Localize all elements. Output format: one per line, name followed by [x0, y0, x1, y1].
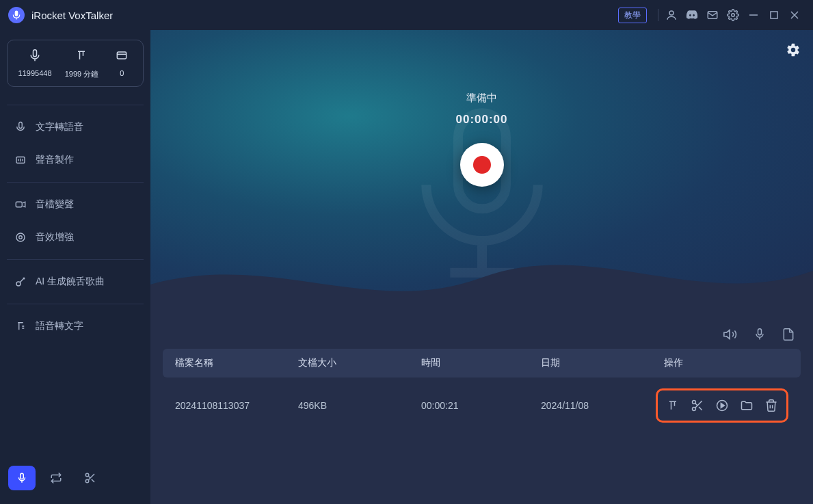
stat-minutes[interactable]: 1999 分鐘	[65, 47, 99, 79]
nav-ai-rap[interactable]: AI 生成饒舌歌曲	[7, 265, 144, 298]
recorder-panel: 準備中 00:00:00	[150, 30, 813, 317]
wave-decoration	[150, 243, 813, 317]
bottom-nav-record[interactable]	[8, 466, 36, 490]
svg-rect-12	[16, 202, 22, 207]
th-date: 日期	[541, 357, 664, 369]
svg-rect-4	[771, 12, 777, 18]
cell-time: 00:00:21	[421, 400, 541, 411]
svg-line-22	[92, 479, 94, 482]
stat-third[interactable]: 0	[111, 47, 132, 79]
maximize-icon[interactable]	[764, 5, 784, 25]
cell-date: 2024/11/08	[541, 400, 664, 411]
row-actions	[656, 388, 788, 423]
bottom-nav	[7, 462, 144, 494]
th-act: 操作	[664, 357, 788, 369]
record-button[interactable]	[460, 143, 504, 187]
rap-icon	[14, 275, 27, 289]
voice-create-icon	[14, 153, 27, 167]
nav-label: 文字轉語音	[36, 121, 83, 133]
nav-label: AI 生成饒舌歌曲	[36, 276, 105, 288]
app-logo	[8, 7, 25, 23]
stat-third-value: 0	[120, 69, 124, 77]
svg-line-23	[88, 476, 90, 478]
svg-point-0	[669, 11, 674, 15]
svg-point-14	[16, 233, 25, 241]
tutorial-button[interactable]: 教學	[618, 8, 647, 23]
volume-icon[interactable]	[723, 327, 738, 342]
th-size: 文檔大小	[298, 357, 421, 369]
mic-settings-icon[interactable]	[753, 327, 767, 342]
nav-tts[interactable]: 文字轉語音	[7, 111, 144, 144]
svg-point-2	[732, 14, 735, 17]
app-title: iRocket VoxTalker	[31, 10, 113, 21]
bottom-nav-cut[interactable]	[77, 466, 104, 490]
tts-icon	[14, 120, 27, 134]
svg-point-20	[85, 479, 89, 483]
stat-credits[interactable]: 11995448	[18, 47, 52, 79]
action-delete-icon[interactable]	[764, 399, 778, 412]
recorder-settings-icon[interactable]	[786, 42, 801, 57]
table-header: 檔案名稱 文檔大小 時間 日期 操作	[163, 349, 801, 377]
stat-minutes-value: 1999 分鐘	[65, 69, 99, 79]
minimize-icon[interactable]	[743, 5, 764, 25]
svg-point-15	[16, 282, 21, 286]
svg-point-19	[85, 473, 89, 477]
record-dot-icon	[473, 156, 491, 174]
list-toolbar	[150, 317, 813, 349]
cell-size: 496KB	[298, 400, 421, 411]
svg-line-29	[699, 407, 702, 410]
bottom-nav-loop[interactable]	[42, 466, 70, 490]
sidebar: 11995448 1999 分鐘 0 文	[0, 30, 150, 504]
svg-point-13	[19, 236, 23, 239]
action-folder-icon[interactable]	[740, 399, 754, 412]
discord-icon[interactable]	[682, 5, 702, 25]
action-cut-icon[interactable]	[691, 399, 704, 412]
nav-voice-create[interactable]: 聲音製作	[7, 144, 144, 176]
file-table: 檔案名稱 文檔大小 時間 日期 操作 20241108113037 496KB …	[150, 349, 813, 504]
nav-label: 音檔變聲	[36, 198, 74, 211]
nav-label: 音效增強	[36, 231, 74, 243]
action-text-icon[interactable]	[666, 399, 680, 412]
mail-icon[interactable]	[702, 5, 723, 25]
close-icon[interactable]	[784, 5, 805, 25]
stats-panel: 11995448 1999 分鐘 0	[7, 40, 144, 87]
nav-label: 聲音製作	[36, 154, 74, 166]
text-icon	[71, 47, 92, 64]
cell-name: 20241108113037	[175, 400, 298, 411]
titlebar: iRocket VoxTalker 教學	[0, 0, 813, 30]
nav-stt[interactable]: 語音轉文字	[7, 310, 144, 343]
user-icon[interactable]	[661, 5, 682, 25]
enhance-icon	[14, 230, 27, 244]
stt-icon	[14, 319, 27, 333]
th-time: 時間	[421, 357, 541, 369]
recorder-timer: 00:00:00	[455, 113, 507, 127]
svg-rect-25	[758, 329, 762, 335]
table-row[interactable]: 20241108113037 496KB 00:00:21 2024/11/08	[163, 377, 801, 434]
recorder-status: 準備中	[466, 92, 497, 105]
svg-point-27	[693, 408, 696, 411]
settings-icon[interactable]	[723, 5, 743, 25]
svg-line-30	[695, 403, 697, 406]
action-play-icon[interactable]	[715, 399, 729, 412]
th-name: 檔案名稱	[175, 357, 298, 369]
svg-rect-7	[34, 50, 37, 57]
svg-point-26	[693, 401, 696, 404]
mic-icon	[25, 47, 45, 64]
card-icon	[111, 47, 132, 64]
svg-rect-18	[21, 473, 24, 479]
nav-label: 語音轉文字	[36, 320, 83, 332]
svg-rect-10	[19, 122, 23, 129]
voice-change-icon	[14, 198, 27, 211]
svg-rect-8	[118, 52, 126, 59]
nav-voice-change[interactable]: 音檔變聲	[7, 188, 144, 221]
main: 準備中 00:00:00	[150, 30, 813, 504]
document-icon[interactable]	[782, 327, 795, 342]
nav-audio-enhance[interactable]: 音效增強	[7, 221, 144, 254]
stat-credits-value: 11995448	[18, 69, 52, 77]
